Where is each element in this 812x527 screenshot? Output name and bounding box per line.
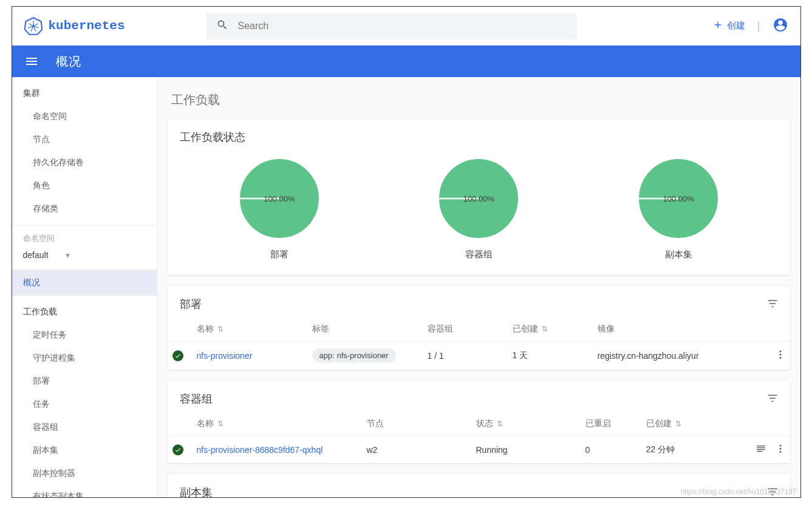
- svg-point-19: [779, 448, 781, 450]
- sidebar-item-namespaces[interactable]: 命名空间: [12, 105, 157, 128]
- sidebar-item-pv[interactable]: 持久化存储卷: [12, 151, 157, 174]
- card-title-replicasets: 副本集: [180, 485, 213, 497]
- donut-label: 副本集: [639, 249, 718, 260]
- th-pods[interactable]: 容器组: [423, 318, 508, 341]
- card-deployments: 部署 名称⇅ 标签 容器组 已创建⇅ 镜像: [168, 286, 791, 370]
- account-icon[interactable]: [773, 17, 788, 35]
- donut-pct: 100.00%: [639, 159, 718, 238]
- sort-icon: ⇅: [217, 325, 223, 333]
- svg-line-8: [29, 23, 33, 25]
- page-title: 概况: [56, 53, 81, 70]
- sort-icon: ⇅: [675, 420, 681, 428]
- cell-age: 22 分钟: [641, 436, 736, 464]
- pod-name-link[interactable]: nfs-provisioner-8688c9fd67-qxhql: [197, 445, 323, 455]
- top-actions: 创建 |: [712, 17, 788, 35]
- th-labels[interactable]: 标签: [307, 318, 423, 341]
- table-pods: 名称⇅ 节点 状态⇅ 已重启 已创建⇅ nfs-provisioner-8688…: [168, 412, 791, 463]
- th-status[interactable]: 状态⇅: [471, 412, 581, 436]
- sidebar-head-workloads[interactable]: 工作负载: [12, 301, 157, 324]
- cell-pods: 1 / 1: [423, 341, 508, 370]
- section-title: 工作负载: [168, 77, 791, 119]
- cell-age: 1 天: [508, 341, 593, 370]
- th-restarts[interactable]: 已重启: [581, 412, 641, 436]
- kubernetes-logo-icon: [24, 17, 43, 35]
- th-name[interactable]: 名称⇅: [192, 318, 307, 341]
- sidebar-item-jobs[interactable]: 任务: [12, 393, 157, 416]
- th-name[interactable]: 名称⇅: [192, 412, 362, 436]
- sidebar-item-replicasets[interactable]: 副本集: [12, 439, 157, 462]
- more-icon[interactable]: [775, 349, 786, 362]
- sidebar-item-storageclasses[interactable]: 存储类: [12, 197, 157, 220]
- chevron-down-icon: ▾: [66, 250, 70, 260]
- more-icon[interactable]: [775, 443, 786, 456]
- card-workload-status: 工作负载状态 100.00% 部署: [168, 119, 791, 275]
- sidebar-item-overview[interactable]: 概况: [12, 270, 157, 296]
- card-title-deployments: 部署: [180, 297, 202, 311]
- cell-node: w2: [362, 436, 471, 464]
- status-ok-icon: [172, 444, 183, 455]
- sort-icon: ⇅: [542, 325, 548, 333]
- namespace-select[interactable]: default ▾: [12, 244, 157, 270]
- svg-point-18: [779, 444, 781, 446]
- search-icon: [216, 19, 228, 33]
- donut-replicasets: 100.00% 副本集: [639, 159, 718, 260]
- donut-label: 容器组: [439, 249, 518, 260]
- label-chip: app: nfs-provisioner: [312, 348, 396, 362]
- svg-point-15: [779, 350, 781, 352]
- create-button[interactable]: 创建: [712, 19, 745, 32]
- th-node[interactable]: 节点: [362, 412, 471, 436]
- svg-point-16: [779, 354, 781, 356]
- table-row: nfs-provisioner app: nfs-provisioner 1 /…: [168, 341, 791, 370]
- brand[interactable]: kubernetes: [24, 17, 206, 35]
- sort-icon: ⇅: [497, 420, 503, 428]
- card-title-status: 工作负载状态: [180, 130, 245, 144]
- filter-icon[interactable]: [766, 486, 779, 498]
- namespace-label: 命名空间: [12, 226, 157, 244]
- namespace-value: default: [23, 250, 49, 260]
- filter-icon[interactable]: [766, 392, 779, 406]
- sidebar-item-nodes[interactable]: 节点: [12, 128, 157, 151]
- donut-pct: 100.00%: [240, 159, 319, 238]
- svg-point-20: [779, 451, 781, 453]
- topbar: kubernetes 创建 |: [12, 7, 800, 46]
- search-input[interactable]: [238, 21, 567, 32]
- donut-pct: 100.00%: [439, 159, 518, 238]
- search-box[interactable]: [206, 13, 577, 39]
- deployment-name-link[interactable]: nfs-provisioner: [197, 351, 253, 361]
- donut-deployments: 100.00% 部署: [240, 159, 319, 260]
- menu-icon[interactable]: [24, 54, 39, 69]
- logs-icon[interactable]: [756, 443, 766, 456]
- bluebar: 概况: [12, 46, 800, 77]
- sidebar-item-cronjobs[interactable]: 定时任务: [12, 324, 157, 347]
- donut-pods: 100.00% 容器组: [439, 159, 518, 260]
- donut-label: 部署: [240, 249, 319, 260]
- th-images[interactable]: 镜像: [593, 318, 760, 341]
- status-ok-icon: [172, 350, 183, 361]
- brand-title: kubernetes: [49, 19, 125, 33]
- table-deployments: 名称⇅ 标签 容器组 已创建⇅ 镜像 nfs-provisioner app: …: [168, 318, 791, 370]
- cell-status: Running: [471, 436, 581, 464]
- filter-icon[interactable]: [766, 298, 779, 311]
- card-pods: 容器组 名称⇅ 节点 状态⇅ 已重启 已创建⇅: [168, 381, 791, 463]
- svg-point-17: [779, 357, 781, 359]
- card-title-pods: 容器组: [180, 392, 213, 406]
- th-age[interactable]: 已创建⇅: [641, 412, 736, 436]
- sidebar-item-daemonsets[interactable]: 守护进程集: [12, 347, 157, 370]
- create-label: 创建: [727, 20, 745, 32]
- sidebar-item-pods[interactable]: 容器组: [12, 416, 157, 439]
- sort-icon: ⇅: [217, 420, 223, 428]
- divider: |: [756, 19, 762, 32]
- sidebar-item-statefulsets[interactable]: 有状态副本集: [12, 485, 157, 497]
- sidebar-item-roles[interactable]: 角色: [12, 174, 157, 197]
- sidebar: 集群 命名空间 节点 持久化存储卷 角色 存储类 命名空间 default ▾ …: [12, 77, 158, 497]
- table-row: nfs-provisioner-8688c9fd67-qxhql w2 Runn…: [168, 436, 791, 464]
- card-replicasets: 副本集: [168, 474, 791, 497]
- svg-line-3: [33, 23, 38, 25]
- cell-image: registry.cn-hangzhou.aliyur: [593, 341, 760, 370]
- sidebar-item-rc[interactable]: 副本控制器: [12, 462, 157, 485]
- plus-icon: [712, 19, 723, 32]
- cell-restarts: 0: [581, 436, 641, 464]
- th-age[interactable]: 已创建⇅: [508, 318, 593, 341]
- sidebar-head-cluster[interactable]: 集群: [12, 82, 157, 105]
- sidebar-item-deployments[interactable]: 部署: [12, 370, 157, 393]
